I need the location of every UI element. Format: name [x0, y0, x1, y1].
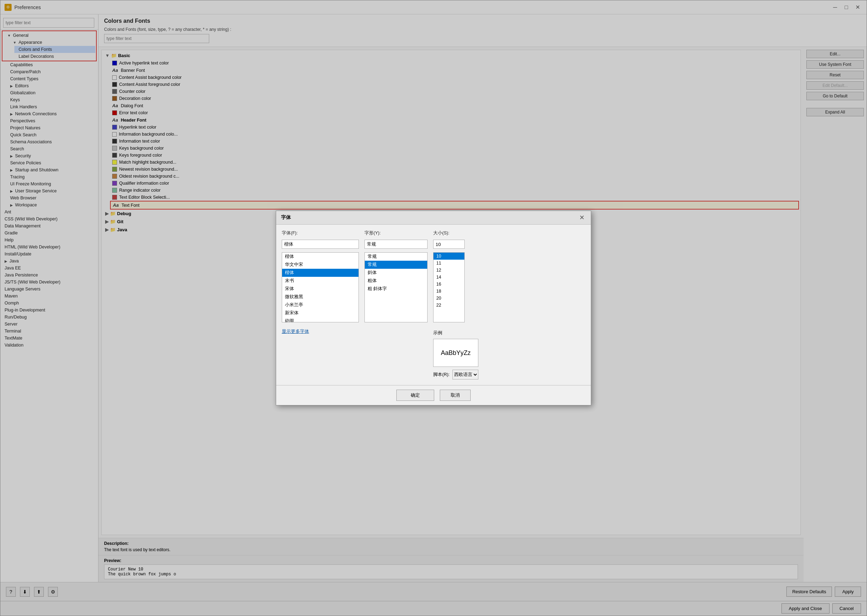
font-list-item[interactable]: 末书	[282, 277, 358, 285]
font-list-item[interactable]: 楷体	[282, 269, 358, 277]
size-list-item[interactable]: 18	[433, 288, 464, 295]
font-list-item[interactable]: 小米兰亭	[282, 301, 358, 309]
size-col-label: 大小(S):	[433, 230, 478, 236]
style-list: 常规常规斜体粗体粗 斜体字	[364, 252, 427, 322]
more-fonts-link[interactable]: 显示更多字体	[282, 329, 359, 335]
style-col-label: 字形(Y):	[364, 230, 427, 236]
dialog-body: 字体(F): 楷体华文中宋楷体末书宋体微软雅黑小米兰亭新宋体幼圆 显示更多字体 …	[276, 225, 591, 385]
style-list-item[interactable]: 粗 斜体字	[365, 285, 427, 293]
dialog-titlebar: 字体 ✕	[276, 211, 591, 225]
font-input[interactable]	[282, 240, 359, 249]
dialog-preview-area: AaBbYyZz	[433, 339, 478, 367]
size-list-item[interactable]: 20	[433, 295, 464, 302]
font-list: 楷体华文中宋楷体末书宋体微软雅黑小米兰亭新宋体幼圆	[282, 252, 359, 322]
size-col: 大小(S): 1011121416182022 示例 AaBbYyZz 脚本(R…	[433, 230, 478, 379]
size-list-item[interactable]: 14	[433, 273, 464, 281]
style-col: 字形(Y): 常规常规斜体粗体粗 斜体字	[364, 230, 427, 379]
dialog-footer: 确定 取消	[276, 385, 591, 405]
size-list-item[interactable]: 11	[433, 260, 464, 267]
font-list-item[interactable]: 微软雅黑	[282, 293, 358, 301]
dialog-close-button[interactable]: ✕	[578, 214, 586, 222]
style-list-item[interactable]: 粗体	[365, 277, 427, 285]
font-list-item[interactable]: 幼圆	[282, 317, 358, 322]
script-label: 脚本(R):	[433, 372, 450, 378]
dialog-preview-text: AaBbYyZz	[441, 349, 471, 357]
font-list-item[interactable]: 楷体	[282, 253, 358, 261]
style-list-item[interactable]: 常规	[365, 253, 427, 261]
style-input[interactable]	[364, 240, 427, 249]
font-list-item[interactable]: 华文中宋	[282, 261, 358, 269]
dialog-ok-button[interactable]: 确定	[396, 390, 434, 401]
font-col-label: 字体(F):	[282, 230, 359, 236]
size-list-item[interactable]: 12	[433, 267, 464, 273]
dialog-title: 字体	[281, 214, 291, 221]
size-list-item[interactable]: 16	[433, 281, 464, 288]
size-list: 1011121416182022	[433, 252, 465, 322]
dialog-overlay: 字体 ✕ 字体(F): 楷体华文中宋楷体末书宋体微软雅黑小米兰亭新宋体幼圆 显示…	[0, 0, 867, 616]
style-list-item[interactable]: 常规	[365, 261, 427, 269]
size-list-item[interactable]: 10	[433, 253, 464, 260]
script-select[interactable]: 西欧语言	[452, 370, 478, 379]
preview-section: 示例 AaBbYyZz 脚本(R): 西欧语言	[433, 330, 478, 379]
dialog-cancel-button[interactable]: 取消	[440, 390, 471, 401]
style-list-item[interactable]: 斜体	[365, 269, 427, 277]
size-list-item[interactable]: 22	[433, 302, 464, 309]
font-list-item[interactable]: 新宋体	[282, 309, 358, 317]
font-list-item[interactable]: 宋体	[282, 285, 358, 293]
size-input[interactable]	[433, 240, 465, 249]
script-row: 脚本(R): 西欧语言	[433, 370, 478, 379]
font-col: 字体(F): 楷体华文中宋楷体末书宋体微软雅黑小米兰亭新宋体幼圆 显示更多字体	[282, 230, 359, 379]
preview-section-label: 示例	[433, 330, 478, 336]
font-dialog: 字体 ✕ 字体(F): 楷体华文中宋楷体末书宋体微软雅黑小米兰亭新宋体幼圆 显示…	[276, 211, 591, 405]
